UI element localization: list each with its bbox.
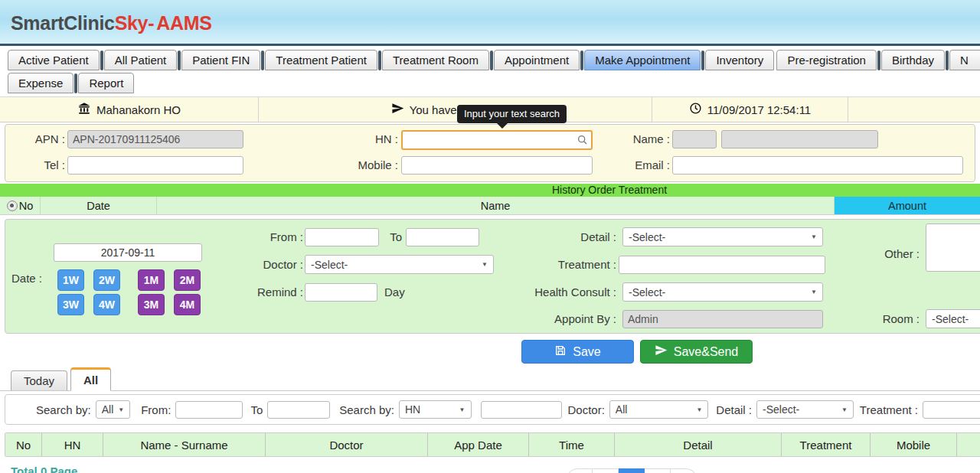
action-buttons-row: Save Save&Send — [0, 334, 980, 366]
search-treatment-input[interactable] — [923, 401, 980, 419]
quick-2w-button[interactable]: 2W — [93, 269, 120, 291]
to-time-input[interactable] — [406, 228, 479, 246]
appointment-table-header: No HN Name - Surname Doctor App Date Tim… — [5, 433, 980, 456]
detail-select[interactable]: -Select- ▼ — [622, 227, 823, 246]
email-field[interactable] — [672, 156, 963, 175]
tab-report[interactable]: Report — [78, 73, 134, 93]
save-and-send-button[interactable]: Save&Send — [640, 340, 753, 364]
tel-field[interactable] — [67, 156, 243, 175]
quick-1w-button[interactable]: 1W — [57, 269, 84, 291]
search-detail-select[interactable]: -Select- ▼ — [756, 400, 854, 419]
col-no: No — [5, 433, 42, 456]
message-cell[interactable]: You have 0 message! — [259, 97, 652, 122]
quick-4m-button[interactable]: 4M — [174, 294, 201, 315]
pagination-current-page-button[interactable] — [619, 468, 645, 473]
save-button[interactable]: Save — [521, 340, 634, 364]
history-select-radio[interactable] — [7, 201, 18, 211]
col-hn: HN — [42, 433, 103, 456]
history-col-no-label: No — [19, 200, 34, 212]
search-by-select[interactable]: All ▼ — [96, 400, 130, 419]
to-label: To — [387, 228, 402, 246]
search-by-select-value: All — [102, 403, 114, 416]
from-label: From : — [227, 228, 303, 246]
pagination-page-button[interactable] — [671, 468, 697, 473]
search-panel: Search by: All ▼ From: To Search by: HN … — [5, 394, 980, 425]
from-time-input[interactable] — [305, 228, 379, 246]
remind-label: Remind : — [227, 283, 303, 302]
tab-separator — [261, 51, 264, 70]
logo-part-sky: Sky- — [115, 12, 155, 34]
day-label: Day — [384, 283, 415, 302]
hn-label: HN : — [322, 130, 398, 148]
nav-row-2: Expense Report — [8, 73, 980, 93]
room-select[interactable]: -Select- — [926, 309, 980, 328]
search-field-select[interactable]: HN ▼ — [399, 400, 472, 419]
tab-active-patient[interactable]: Active Patient — [8, 50, 100, 70]
name-first-field — [672, 130, 717, 148]
tab-all-patient[interactable]: All Patient — [104, 50, 178, 70]
tab-inventory[interactable]: Inventory — [705, 50, 774, 70]
paper-plane-icon — [655, 344, 668, 360]
pagination-page-button[interactable] — [645, 468, 671, 473]
search-by2-label: Search by: — [339, 403, 394, 416]
col-treatment: Treatment — [782, 433, 871, 456]
appoint-by-label: Appoint By : — [540, 310, 616, 328]
quick-3m-button[interactable]: 3M — [138, 294, 165, 315]
tab-all[interactable]: All — [70, 367, 111, 391]
doctor-label: Doctor : — [227, 256, 303, 274]
tab-separator — [877, 51, 880, 70]
room-select-value: -Select- — [932, 313, 969, 325]
col-doctor: Doctor — [266, 433, 428, 456]
quick-2m-button[interactable]: 2M — [174, 269, 201, 291]
tab-expense[interactable]: Expense — [8, 73, 74, 93]
doctor-select[interactable]: -Select- ▼ — [305, 255, 494, 274]
chevron-down-icon: ▼ — [482, 261, 488, 268]
total-pages-label: Total 0 Page — [11, 465, 77, 473]
email-label: Email : — [593, 156, 670, 175]
search-from-label: From: — [141, 403, 171, 416]
col-trailing — [957, 433, 980, 456]
other-textarea[interactable] — [926, 223, 980, 272]
search-to-input[interactable] — [267, 401, 330, 419]
bank-icon — [77, 102, 91, 118]
search-doctor-select[interactable]: All ▼ — [609, 400, 708, 419]
health-consult-select[interactable]: -Select- ▼ — [622, 282, 823, 302]
pagination-page-button[interactable] — [593, 468, 619, 473]
search-icon[interactable] — [577, 134, 589, 148]
col-name-surname: Name - Surname — [103, 433, 266, 456]
quick-4w-button[interactable]: 4W — [93, 294, 120, 315]
clinic-branch-cell: Mahanakorn HO — [0, 97, 259, 122]
quick-1m-button[interactable]: 1M — [138, 269, 165, 291]
chevron-down-icon: ▼ — [811, 233, 817, 240]
save-button-label: Save — [573, 345, 600, 359]
doctor-select-value: -Select- — [311, 259, 348, 271]
name-last-field — [721, 130, 878, 148]
tab-today[interactable]: Today — [11, 370, 67, 390]
tab-cutoff[interactable]: N — [949, 50, 980, 70]
tab-appointment[interactable]: Appointment — [494, 50, 580, 70]
tab-treatment-patient[interactable]: Treatment Patient — [265, 50, 377, 70]
tab-patient-fin[interactable]: Patient FIN — [181, 50, 260, 70]
remind-input[interactable] — [305, 283, 377, 302]
search-keyword-input[interactable] — [481, 401, 562, 419]
search-by-label: Search by: — [36, 403, 91, 416]
appointment-date-input[interactable] — [54, 243, 202, 262]
treatment-input[interactable] — [619, 256, 825, 274]
pagination-page-button[interactable] — [567, 468, 593, 473]
infobar-empty-cell — [848, 97, 980, 122]
tab-birthday[interactable]: Birthday — [881, 50, 945, 70]
mobile-field[interactable] — [401, 156, 593, 175]
main-navigation: Active Patient All Patient Patient FIN T… — [0, 46, 980, 93]
apn-label: APN : — [5, 130, 65, 148]
tab-pre-registration[interactable]: Pre-registration — [776, 50, 877, 70]
tab-make-appointment[interactable]: Make Appointment — [584, 50, 701, 70]
history-col-name: Name — [157, 197, 835, 214]
search-field-select-value: HN — [405, 403, 420, 416]
history-col-date: Date — [41, 197, 157, 214]
col-time: Time — [529, 433, 615, 456]
search-from-input[interactable] — [175, 401, 243, 419]
health-consult-select-value: -Select- — [629, 286, 665, 298]
floppy-disk-icon — [554, 344, 567, 360]
quick-3w-button[interactable]: 3W — [57, 294, 84, 315]
tab-treatment-room[interactable]: Treatment Room — [382, 50, 489, 70]
